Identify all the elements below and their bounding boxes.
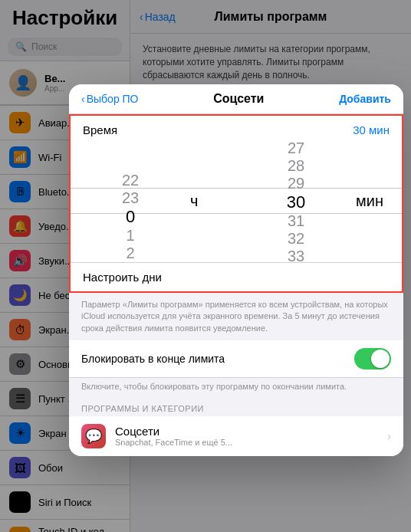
picker-hour-item [71, 156, 190, 172]
picker-min-item: 29 [236, 175, 356, 192]
picker-hour-item [71, 140, 190, 156]
picker-min-item: 33 [236, 248, 356, 262]
info-text: Параметр «Лимиты программ» применяется к… [69, 293, 403, 340]
picker-min-item: 28 [236, 157, 356, 175]
modal-back-label: Выбор ПО [87, 93, 139, 105]
block-toggle-label: Блокировать в конце лимита [81, 353, 225, 365]
picker-min-item: 32 [236, 230, 356, 248]
program-item-social[interactable]: 💬 Соцсети Snapchat, FaceTime и ещё 5... … [69, 416, 403, 456]
picker-hour-item: 23 [71, 189, 190, 207]
minutes-unit: мин [356, 189, 383, 213]
chevron-right-icon: › [387, 430, 391, 442]
block-toggle[interactable] [354, 348, 391, 369]
picker-min-selected: 30 [236, 192, 356, 212]
toggle-thumb [371, 350, 390, 368]
programs-section-header: ПРОГРАММЫ И КАТЕГОРИИ [69, 399, 403, 416]
picker-hour-item: 2 [71, 245, 190, 262]
customize-days-button[interactable]: Настроить дни [71, 262, 402, 291]
minutes-picker-column[interactable]: 27 28 29 30 31 32 33 [236, 140, 356, 262]
program-info: Соцсети Snapchat, FaceTime и ещё 5... [115, 425, 232, 447]
hours-unit: ч [190, 189, 198, 213]
minutes-unit-col: мин [356, 140, 402, 262]
modal-title: Соцсети [213, 92, 264, 106]
picker-min-item: 27 [236, 140, 356, 157]
picker-hour-selected: 0 [71, 207, 190, 227]
hours-picker-column[interactable]: 22 23 0 1 2 [71, 140, 190, 262]
time-label-row: Время 30 мин [71, 116, 402, 140]
program-icon: 💬 [81, 424, 106, 448]
modal-sheet: ‹ Выбор ПО Соцсети Добавить Время 30 мин… [69, 84, 403, 456]
modal-back-chevron-icon: ‹ [81, 93, 85, 105]
picker-hour-item: 1 [71, 227, 190, 245]
modal-back-button[interactable]: ‹ Выбор ПО [81, 93, 139, 105]
time-label: Время [83, 123, 117, 136]
hours-unit-col: ч [190, 140, 236, 262]
program-sub: Snapchat, FaceTime и ещё 5... [115, 438, 232, 447]
picker-hour-item: 22 [71, 172, 190, 189]
time-section: Время 30 мин 22 23 0 1 2 ч 27 [69, 114, 403, 293]
modal-add-button[interactable]: Добавить [339, 93, 391, 105]
program-label: Соцсети [115, 425, 232, 438]
time-value: 30 мин [353, 123, 390, 136]
time-picker[interactable]: 22 23 0 1 2 ч 27 28 29 30 31 32 33 [71, 140, 402, 262]
toggle-section: Блокировать в конце лимита [69, 340, 403, 378]
modal-nav: ‹ Выбор ПО Соцсети Добавить [69, 84, 403, 114]
block-toggle-row[interactable]: Блокировать в конце лимита [69, 340, 403, 378]
picker-min-item: 31 [236, 212, 356, 230]
block-toggle-desc: Включите, чтобы блокировать эту программ… [69, 378, 403, 399]
